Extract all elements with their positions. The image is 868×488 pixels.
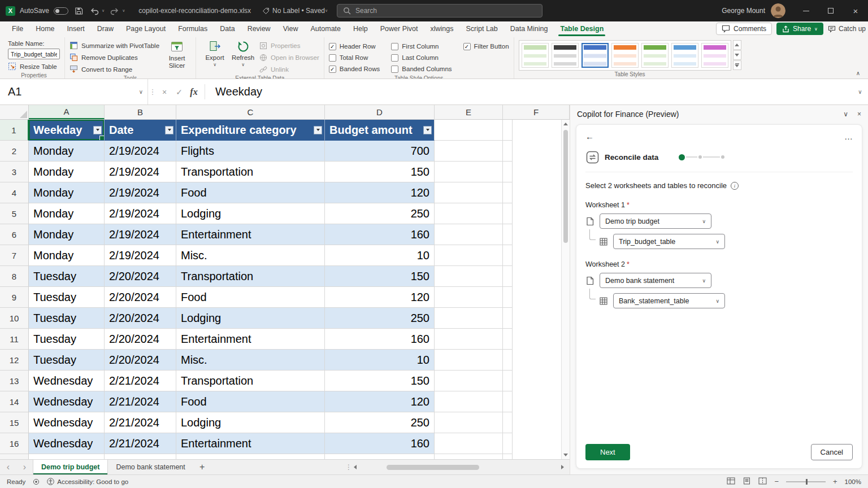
table-header-weekday[interactable]: Weekday bbox=[29, 120, 105, 141]
cell-F11[interactable] bbox=[503, 329, 513, 350]
zoom-level[interactable]: 100% bbox=[845, 478, 861, 485]
cell-E11[interactable] bbox=[435, 329, 503, 350]
page-layout-view-icon[interactable] bbox=[743, 477, 751, 486]
cell-F8[interactable] bbox=[503, 266, 513, 287]
cell-C6[interactable]: Entertainment bbox=[176, 224, 325, 245]
cell-C5[interactable]: Lodging bbox=[176, 203, 325, 224]
gallery-up-button[interactable] bbox=[733, 40, 741, 50]
cell-F2[interactable] bbox=[503, 141, 513, 162]
minimize-button[interactable] bbox=[793, 0, 818, 21]
gallery-more-button[interactable] bbox=[733, 60, 741, 70]
cell-D12[interactable]: 10 bbox=[325, 350, 435, 371]
ribbon-tab-formulas[interactable]: Formulas bbox=[172, 21, 214, 36]
convert-to-range-button[interactable]: Convert to Range bbox=[70, 64, 159, 75]
ribbon-tab-automate[interactable]: Automate bbox=[305, 21, 348, 36]
tab-bar-options-icon[interactable]: ⋮ bbox=[344, 460, 354, 474]
horizontal-scroll-thumb[interactable] bbox=[387, 465, 479, 470]
cell-E7[interactable] bbox=[435, 245, 503, 266]
cancel-entry-icon[interactable]: × bbox=[157, 79, 172, 104]
cell-A13[interactable]: Wednesday bbox=[29, 371, 105, 391]
zoom-in-icon[interactable]: + bbox=[833, 477, 837, 486]
cell-D4[interactable]: 120 bbox=[325, 182, 435, 203]
cell-B8[interactable]: 2/20/2024 bbox=[105, 266, 176, 287]
cell-D9[interactable]: 120 bbox=[325, 287, 435, 308]
cell-E8[interactable] bbox=[435, 266, 503, 287]
style-option-header-row[interactable]: ✓Header Row bbox=[329, 41, 380, 52]
cell-F4[interactable] bbox=[503, 182, 513, 203]
select-all-corner[interactable] bbox=[0, 105, 29, 119]
cell-C16[interactable]: Entertainment bbox=[176, 433, 325, 454]
cell-C15[interactable]: Lodging bbox=[176, 412, 325, 433]
row-header-3[interactable]: 3 bbox=[0, 162, 29, 182]
cell-F3[interactable] bbox=[503, 162, 513, 182]
cell-A4[interactable]: Monday bbox=[29, 182, 105, 203]
cell-D8[interactable]: 150 bbox=[325, 266, 435, 287]
cell-C10[interactable]: Lodging bbox=[176, 308, 325, 329]
column-header-B[interactable]: B bbox=[105, 105, 176, 119]
restore-button[interactable] bbox=[818, 0, 843, 21]
cell-B12[interactable]: 2/20/2024 bbox=[105, 350, 176, 371]
export-button[interactable]: Export ∨ bbox=[201, 38, 229, 75]
user-avatar[interactable] bbox=[771, 3, 785, 18]
cell-B6[interactable]: 2/19/2024 bbox=[105, 224, 176, 245]
cell-A12[interactable]: Tuesday bbox=[29, 350, 105, 371]
cell-B2[interactable]: 2/19/2024 bbox=[105, 141, 176, 162]
ribbon-tab-table-design[interactable]: Table Design bbox=[554, 21, 610, 36]
cell-B4[interactable]: 2/19/2024 bbox=[105, 182, 176, 203]
worksheet1-dropdown[interactable]: Demo trip budget ∨ bbox=[600, 213, 711, 229]
cell-F5[interactable] bbox=[503, 203, 513, 224]
table2-dropdown[interactable]: Bank_statement_table ∨ bbox=[613, 293, 725, 308]
ribbon-tab-script-lab[interactable]: Script Lab bbox=[459, 21, 504, 36]
resize-table-button[interactable]: Resize Table bbox=[8, 61, 60, 72]
add-sheet-button[interactable]: + bbox=[193, 460, 211, 474]
cell-F13[interactable] bbox=[503, 371, 513, 391]
scroll-up-button[interactable] bbox=[562, 120, 570, 128]
undo-icon[interactable] bbox=[89, 7, 100, 15]
cell-B14[interactable]: 2/21/2024 bbox=[105, 391, 176, 412]
cell-D6[interactable]: 160 bbox=[325, 224, 435, 245]
cell-B3[interactable]: 2/19/2024 bbox=[105, 162, 176, 182]
row-header-9[interactable]: 9 bbox=[0, 287, 29, 308]
autosave-toggle[interactable] bbox=[54, 7, 68, 15]
cell-E5[interactable] bbox=[435, 203, 503, 224]
table-header-budget-amount[interactable]: Budget amount bbox=[325, 120, 435, 141]
column-header-E[interactable]: E bbox=[435, 105, 503, 119]
share-button[interactable]: Share ∨ bbox=[776, 23, 823, 35]
info-icon[interactable]: i bbox=[731, 182, 739, 190]
cell-F17[interactable] bbox=[503, 454, 513, 459]
cell-A11[interactable]: Tuesday bbox=[29, 329, 105, 350]
filter-button-expenditure-category[interactable] bbox=[314, 126, 322, 134]
row-header-12[interactable]: 12 bbox=[0, 350, 29, 371]
cell-F1[interactable] bbox=[503, 120, 513, 141]
undo-caret-icon[interactable]: ∨ bbox=[102, 8, 105, 13]
collapse-panel-icon[interactable]: ∨ bbox=[843, 110, 848, 118]
table-header-date[interactable]: Date bbox=[105, 120, 176, 141]
cell-D7[interactable]: 10 bbox=[325, 245, 435, 266]
cell-E16[interactable] bbox=[435, 433, 503, 454]
cell-A5[interactable]: Monday bbox=[29, 203, 105, 224]
ribbon-tab-view[interactable]: View bbox=[277, 21, 305, 36]
next-sheet-button[interactable]: › bbox=[16, 460, 33, 474]
table-name-input[interactable] bbox=[8, 49, 60, 59]
cell-B13[interactable]: 2/21/2024 bbox=[105, 371, 176, 391]
horizontal-scroll-track[interactable] bbox=[358, 465, 559, 470]
row-header-16[interactable]: 16 bbox=[0, 433, 29, 454]
cell-A16[interactable]: Wednesday bbox=[29, 433, 105, 454]
prev-sheet-button[interactable]: ‹ bbox=[0, 460, 16, 474]
cell-C4[interactable]: Food bbox=[176, 182, 325, 203]
cell-A17[interactable] bbox=[29, 454, 105, 459]
ribbon-tab-data[interactable]: Data bbox=[214, 21, 241, 36]
cell-A8[interactable]: Tuesday bbox=[29, 266, 105, 287]
cell-D15[interactable]: 250 bbox=[325, 412, 435, 433]
table-style-orange[interactable] bbox=[611, 43, 639, 68]
scroll-down-button[interactable] bbox=[562, 451, 570, 459]
row-header-2[interactable]: 2 bbox=[0, 141, 29, 162]
cell-D16[interactable]: 160 bbox=[325, 433, 435, 454]
table1-dropdown[interactable]: Trip_budget_table ∨ bbox=[613, 234, 725, 249]
cell-D17[interactable] bbox=[325, 454, 435, 459]
cell-D3[interactable]: 150 bbox=[325, 162, 435, 182]
cell-C11[interactable]: Entertainment bbox=[176, 329, 325, 350]
row-header-6[interactable]: 6 bbox=[0, 224, 29, 245]
more-options-icon[interactable]: … bbox=[844, 132, 853, 141]
formula-bar-handle[interactable]: ⋮ bbox=[148, 79, 157, 104]
